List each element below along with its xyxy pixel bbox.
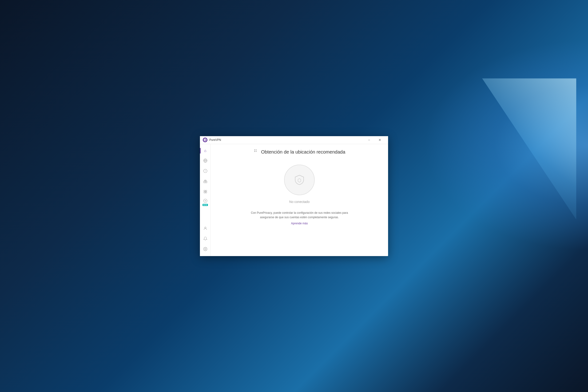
loading-dots-icon <box>254 149 259 155</box>
sidebar-item-devices[interactable] <box>200 188 211 197</box>
settings-icon <box>203 247 208 252</box>
vpn-status-container: No conectado <box>284 164 315 204</box>
home-icon: ⌂ <box>204 149 206 152</box>
close-button[interactable]: ✕ <box>374 136 385 144</box>
svg-point-14 <box>204 227 206 228</box>
info-description: Con PurePrivacy, puede controlar la conf… <box>248 211 351 220</box>
info-box: Con PurePrivacy, puede controlar la conf… <box>248 211 351 225</box>
page-header: Obtención de la ubicación recomendada <box>216 149 384 155</box>
globe-icon <box>203 158 208 164</box>
svg-rect-7 <box>204 190 205 192</box>
bell-icon <box>203 236 208 242</box>
sidebar-item-privacy[interactable]: NEW <box>200 198 211 207</box>
vpn-circle[interactable] <box>284 164 315 195</box>
devices-icon <box>203 190 208 194</box>
learn-more-link[interactable]: Aprende más <box>291 222 308 225</box>
vpn-status-text: No conectado <box>289 200 310 204</box>
svg-point-19 <box>256 151 256 152</box>
sidebar-item-home[interactable]: ⌂ <box>200 146 211 156</box>
svg-point-17 <box>256 150 256 150</box>
sidebar-item-settings[interactable] <box>200 245 211 254</box>
sidebar-item-locations[interactable] <box>200 156 211 166</box>
sidebar: ⌂ <box>200 144 211 256</box>
svg-point-18 <box>254 151 255 152</box>
sidebar-item-info[interactable] <box>200 167 211 176</box>
sidebar-item-gift[interactable] <box>200 177 211 186</box>
svg-rect-10 <box>205 192 206 193</box>
new-badge: NEW <box>202 204 208 206</box>
svg-rect-9 <box>204 192 205 193</box>
svg-point-16 <box>254 150 255 150</box>
app-logo <box>203 138 208 142</box>
info-icon <box>203 169 208 174</box>
svg-point-15 <box>204 248 206 250</box>
privacy-icon <box>203 199 208 204</box>
sidebar-item-notifications[interactable] <box>200 234 211 244</box>
title-bar-controls: − ✕ <box>364 136 385 144</box>
sidebar-item-account[interactable] <box>200 224 211 234</box>
page-content: Obtención de la ubicación recomendada No… <box>211 144 388 256</box>
title-bar: PureVPN − ✕ <box>200 136 388 144</box>
title-bar-left: PureVPN <box>203 138 221 142</box>
app-title: PureVPN <box>209 138 221 142</box>
page-title: Obtención de la ubicación recomendada <box>261 149 345 155</box>
app-window: PureVPN − ✕ ⌂ <box>200 136 388 256</box>
shield-icon-container <box>294 174 305 186</box>
main-content: ⌂ <box>200 144 388 256</box>
minimize-button[interactable]: − <box>364 136 374 144</box>
account-icon <box>203 226 208 231</box>
gift-icon <box>203 179 208 184</box>
svg-rect-8 <box>205 190 206 192</box>
